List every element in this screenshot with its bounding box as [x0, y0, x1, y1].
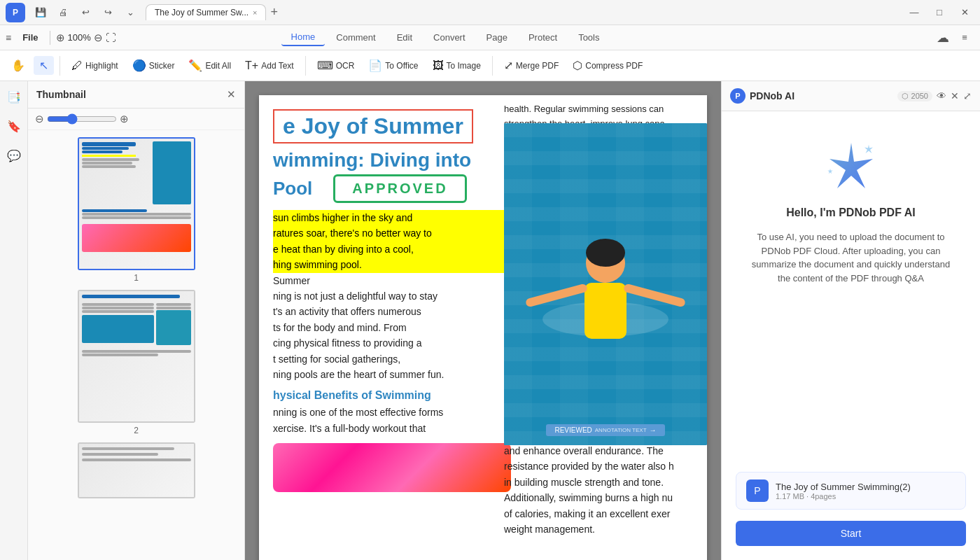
- ai-panel-controls: ⬡ 2050 👁 ✕ ⤢: [897, 90, 972, 102]
- thumb-frame-3: [78, 442, 195, 498]
- merge-icon: ⤢: [504, 59, 513, 72]
- tab-bar: The Joy of Summer Sw... × +: [146, 4, 904, 20]
- pdf-right-col: REVIEWED ANNOTATION TEXT → and enhance o…: [504, 123, 707, 537]
- hand-tool-btn[interactable]: ✋: [6, 56, 31, 75]
- tab-page[interactable]: Page: [477, 29, 517, 46]
- active-tab[interactable]: The Joy of Summer Sw... ×: [146, 4, 266, 20]
- select-tool-btn[interactable]: ↖: [34, 56, 54, 75]
- file-menu[interactable]: File: [17, 31, 43, 44]
- pool-word: Pool: [273, 178, 312, 200]
- zoom-value: 100%: [68, 32, 91, 43]
- reviewed-label: REVIEWED ANNOTATION TEXT →: [546, 424, 664, 436]
- edit-all-btn[interactable]: ✏️ Edit All: [183, 56, 237, 75]
- compress-pdf-btn[interactable]: ⬡ Compress PDF: [567, 56, 648, 75]
- to-office-icon: 📄: [368, 59, 382, 72]
- tab-edit[interactable]: Edit: [387, 29, 422, 46]
- add-text-label: Add Text: [261, 61, 293, 71]
- thumb-zoom-slider[interactable]: [47, 113, 117, 125]
- sidebar-header: Thumbnail ✕: [28, 81, 244, 108]
- hl-line-2: ratures soar, there's no better way to: [273, 225, 511, 241]
- ai-start-btn[interactable]: Start: [736, 521, 966, 546]
- undo-button[interactable]: ↩: [76, 5, 95, 20]
- pdf-body-text-2: nning is one of the most effective forms…: [273, 405, 511, 436]
- redo-button[interactable]: ↪: [98, 5, 118, 20]
- hl-line-4: hing swimming pool.: [273, 259, 362, 270]
- tab-protect[interactable]: Protect: [519, 29, 567, 46]
- tab-home[interactable]: Home: [281, 29, 326, 46]
- sticker-btn[interactable]: 🔵 Sticker: [127, 56, 181, 75]
- right-body-text: and enhance overall endurance. The resis…: [504, 443, 707, 537]
- toolbar-divider-2: [305, 56, 306, 76]
- hand-icon: ✋: [11, 59, 25, 72]
- ai-close-btn[interactable]: ✕: [951, 90, 959, 102]
- pdf-left-col: e Joy of Summer wimming: Diving into Poo…: [273, 109, 511, 492]
- reviewed-text: REVIEWED: [554, 426, 592, 434]
- pdf-title-box: e Joy of Summer: [273, 109, 511, 148]
- merge-pdf-btn[interactable]: ⤢ Merge PDF: [498, 56, 564, 75]
- thumbnail-sidebar: Thumbnail ✕ ⊖ ⊕: [28, 81, 245, 560]
- ai-eye-btn[interactable]: 👁: [937, 90, 946, 102]
- svg-point-5: [586, 239, 625, 267]
- thumbnail-title: Thumbnail: [36, 89, 86, 100]
- zoom-in-btn[interactable]: ⊕: [56, 31, 65, 44]
- new-tab-button[interactable]: +: [270, 5, 278, 20]
- close-button[interactable]: ✕: [955, 5, 974, 20]
- highlight-btn[interactable]: 🖊 Highlight: [66, 57, 124, 75]
- print-button[interactable]: 🖨: [53, 5, 73, 20]
- ai-file-card: P The Joy of Summer Swimming(2) 1.17 MB …: [736, 472, 966, 510]
- ocr-icon: ⌨: [317, 59, 333, 72]
- compress-pdf-label: Compress PDF: [585, 61, 643, 71]
- ai-expand-btn[interactable]: ⤢: [963, 90, 972, 102]
- main-menu-tabs: Home Comment Edit Convert Page Protect T…: [281, 29, 610, 46]
- thumb-zoom-in[interactable]: ⊕: [120, 113, 129, 125]
- add-text-btn[interactable]: T+ Add Text: [239, 57, 300, 75]
- bookmark-icon-btn[interactable]: 🔖: [4, 116, 24, 136]
- sidebar-close-btn[interactable]: ✕: [227, 88, 236, 101]
- pdf-viewer[interactable]: health. Regular swimming sessions can st…: [245, 81, 721, 560]
- ocr-label: OCR: [336, 61, 355, 71]
- thumb-frame-2: [78, 290, 195, 423]
- fit-page-btn[interactable]: ⛶: [106, 31, 116, 43]
- menu-more-btn[interactable]: ≡: [955, 30, 974, 46]
- sparkle-svg: [823, 139, 879, 195]
- ai-sparkle-icon: [823, 139, 879, 195]
- thumbnail-page-2[interactable]: 2: [78, 290, 195, 435]
- dropdown-button[interactable]: ⌄: [120, 5, 140, 20]
- main-content: 📑 🔖 💬 Thumbnail ✕ ⊖ ⊕: [0, 81, 980, 560]
- to-image-btn[interactable]: 🖼 To Image: [427, 57, 486, 75]
- app-logo: P: [6, 3, 25, 22]
- thumbnail-zoom-bar: ⊖ ⊕: [28, 108, 244, 130]
- menu-bar: ≡ File ⊕ 100% ⊖ ⛶ Home Comment Edit Conv…: [0, 25, 980, 50]
- ai-body: Hello, I'm PDNob PDF AI To use AI, you n…: [722, 111, 980, 560]
- tab-title: The Joy of Summer Sw...: [155, 8, 248, 18]
- tab-close-btn[interactable]: ×: [253, 8, 257, 17]
- to-office-btn[interactable]: 📄 To Office: [363, 56, 424, 75]
- tab-comment[interactable]: Comment: [326, 29, 385, 46]
- save-button[interactable]: 💾: [31, 5, 50, 20]
- ocr-btn[interactable]: ⌨ OCR: [312, 56, 360, 75]
- tab-convert[interactable]: Convert: [424, 29, 475, 46]
- pdf-right-body: and enhance overall endurance. The resis…: [504, 443, 707, 537]
- add-text-icon: T+: [245, 59, 258, 72]
- ai-file-icon: P: [746, 479, 769, 502]
- thumbnail-icon-btn[interactable]: 📑: [4, 87, 24, 106]
- highlight-label: Highlight: [85, 61, 118, 71]
- menu-right: ☁ ≡: [937, 30, 974, 46]
- minimize-button[interactable]: —: [904, 5, 924, 20]
- zoom-out-btn[interactable]: ⊖: [94, 31, 103, 44]
- toolbar-divider-3: [492, 56, 493, 76]
- ai-token-count: ⬡ 2050: [897, 91, 932, 102]
- thumbnail-page-1[interactable]: 1: [78, 137, 195, 283]
- pdf-title: e Joy of Summer: [273, 109, 473, 144]
- thumbnail-page-3[interactable]: [78, 442, 195, 498]
- reviewed-arrow: →: [650, 426, 657, 434]
- ai-file-meta: 1.17 MB · 4pages: [776, 492, 955, 500]
- menu-divider-1: [50, 31, 50, 45]
- maximize-button[interactable]: □: [930, 5, 949, 20]
- cloud-icon[interactable]: ☁: [937, 30, 949, 46]
- hamburger-menu[interactable]: ≡: [6, 32, 11, 43]
- tab-tools[interactable]: Tools: [568, 29, 609, 46]
- comment-icon-btn[interactable]: 💬: [4, 146, 24, 165]
- floaties-image: [273, 443, 511, 492]
- thumb-zoom-out[interactable]: ⊖: [35, 113, 44, 125]
